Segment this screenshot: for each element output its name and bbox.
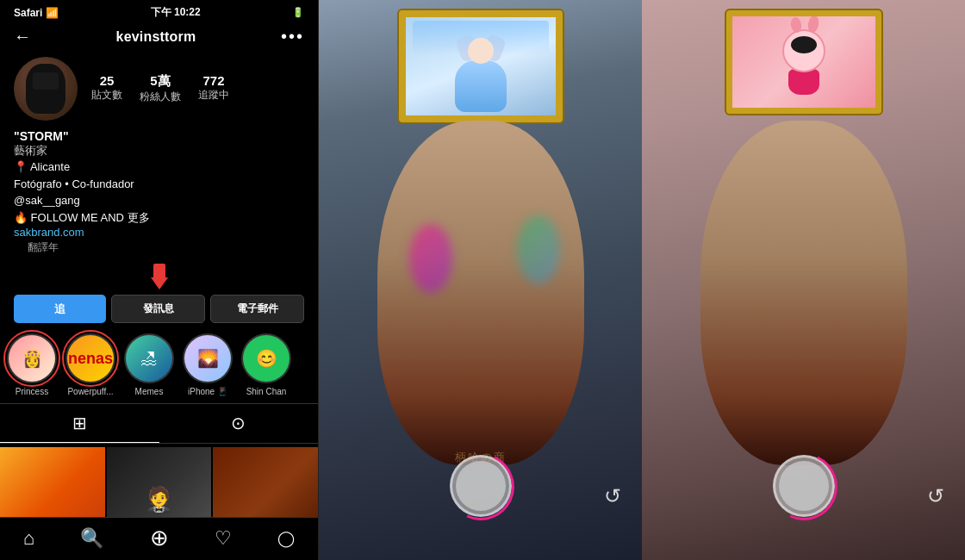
- heart-icon[interactable]: ♡: [215, 527, 232, 550]
- carrier-text: Safari: [14, 7, 42, 19]
- status-right: 🔋: [292, 7, 304, 18]
- message-button[interactable]: 發訊息: [111, 295, 205, 323]
- time-display: 下午 10:22: [151, 5, 201, 20]
- flip-camera-icon-middle[interactable]: ↺: [604, 484, 621, 508]
- highlight-inner-shinchan: 😊: [243, 335, 290, 382]
- camera-panel-right: ↺: [642, 0, 965, 560]
- highlights-row: 👸 Princess nenas Powerpuff... 🏖 Memes: [0, 330, 318, 403]
- bio-section: "STORM" 藝術家 📍 Alicante Fotógrafo • Co-fu…: [0, 128, 318, 264]
- bio-cta: 🔥 FOLLOW ME AND 更多: [14, 209, 304, 227]
- followers-stat: 5萬 粉絲人數: [140, 73, 181, 104]
- highlight-label-princess: Princess: [16, 387, 48, 396]
- stats-container: 25 貼文數 5萬 粉絲人數 772 追蹤中: [91, 73, 229, 104]
- highlight-inner-memes: 🏖: [126, 335, 172, 382]
- followers-label: 粉絲人數: [140, 90, 181, 104]
- highlight-shinchan[interactable]: 😊 Shin Chan: [241, 333, 291, 396]
- highlight-label-memes: Memes: [135, 387, 164, 396]
- profile-panel: Safari 📶 下午 10:22 🔋 ← kevinsttorm ••• 25…: [0, 0, 319, 560]
- posts-label: 貼文數: [91, 88, 122, 103]
- status-bar: Safari 📶 下午 10:22 🔋: [0, 0, 318, 23]
- profile-nav-icon[interactable]: ◯: [277, 529, 295, 548]
- flip-camera-icon-right[interactable]: ↺: [927, 484, 944, 508]
- highlight-inner-iphone: 🌄: [184, 335, 231, 382]
- tab-grid[interactable]: ⊞: [0, 404, 159, 443]
- highlight-inner-princess: 👸: [9, 335, 55, 382]
- highlight-label-powerpuff: Powerpuff...: [67, 387, 113, 396]
- ppg-sticker: [726, 10, 881, 114]
- avatar-image: [14, 57, 78, 121]
- highlight-iphone[interactable]: 🌄 iPhone 📱: [183, 333, 233, 396]
- tab-tagged[interactable]: ⊙: [159, 404, 319, 443]
- follow-button[interactable]: 追: [14, 295, 106, 323]
- highlight-ring-iphone: 🌄: [183, 333, 233, 383]
- add-icon[interactable]: ⊕: [150, 525, 169, 551]
- highlight-princess[interactable]: 👸 Princess: [7, 333, 57, 396]
- grid-cell-1[interactable]: [0, 447, 105, 517]
- face-area-middle: [377, 121, 584, 465]
- action-buttons: 追 發訊息 電子郵件: [0, 291, 318, 330]
- profile-username: kevinsttorm: [116, 29, 196, 45]
- following-label: 追蹤中: [198, 88, 229, 103]
- highlight-ring-shinchan: 😊: [241, 333, 291, 383]
- bio-job: Fotógrafo • Co-fundador: [14, 176, 304, 193]
- following-stat: 772 追蹤中: [198, 73, 229, 104]
- bio-location: 📍 Alicante: [14, 159, 304, 176]
- highlight-inner-powerpuff: nenas: [67, 335, 114, 382]
- avatar: [14, 57, 78, 121]
- camera-bg-middle: 柄哈の商 ↺: [319, 0, 642, 560]
- highlight-memes[interactable]: 🏖 Memes: [124, 333, 174, 396]
- battery-icon: 🔋: [292, 7, 304, 18]
- profile-info: 25 貼文數 5萬 粉絲人數 772 追蹤中: [0, 52, 318, 128]
- elsa-frame: [399, 10, 563, 122]
- elsa-sticker: [399, 10, 563, 122]
- highlight-ring-powerpuff: nenas: [65, 333, 115, 383]
- email-button[interactable]: 電子郵件: [210, 295, 304, 323]
- person-icon: ⊙: [231, 413, 246, 433]
- grid-cell-3[interactable]: [213, 447, 318, 517]
- face-highlight-right: [517, 215, 560, 284]
- camera-bg-right: ↺: [642, 0, 965, 560]
- face-area-right: [700, 121, 907, 465]
- status-left: Safari 📶: [14, 7, 59, 19]
- highlight-label-shinchan: Shin Chan: [246, 387, 287, 396]
- translate-text: 翻譯年: [28, 240, 59, 255]
- search-icon[interactable]: 🔍: [80, 527, 103, 550]
- photo-grid: 🤵: [0, 447, 318, 517]
- bio-link[interactable]: sakbrand.com: [14, 226, 304, 239]
- wifi-icon: 📶: [46, 7, 59, 19]
- posts-count: 25: [100, 73, 115, 88]
- highlight-label-iphone: iPhone 📱: [188, 387, 227, 396]
- ppg-frame: [726, 10, 881, 114]
- grid-icon: ⊞: [72, 413, 87, 433]
- home-icon[interactable]: ⌂: [23, 527, 34, 550]
- back-icon[interactable]: ←: [14, 27, 31, 47]
- camera-panel-middle: 柄哈の商 ↺: [319, 0, 642, 560]
- bio-display-name: "STORM": [14, 129, 304, 143]
- translate-bar: 翻譯年: [14, 239, 304, 258]
- followers-count: 5萬: [150, 73, 170, 90]
- highlight-ring-princess: 👸: [7, 333, 57, 383]
- highlight-ring-memes: 🏖: [124, 333, 174, 383]
- grid-cell-2[interactable]: 🤵: [107, 447, 212, 517]
- following-count: 772: [202, 73, 224, 88]
- bio-collab: @sak__gang: [14, 192, 304, 209]
- posts-stat: 25 貼文數: [91, 73, 122, 104]
- highlight-powerpuff[interactable]: nenas Powerpuff...: [65, 333, 115, 396]
- nav-bar: ← kevinsttorm •••: [0, 23, 318, 52]
- tab-bar: ⊞ ⊙: [0, 403, 318, 444]
- arrow-indicator: [0, 264, 318, 291]
- face-highlight-left: [409, 224, 452, 293]
- bottom-nav: ⌂ 🔍 ⊕ ♡ ◯: [0, 517, 318, 560]
- more-options-icon[interactable]: •••: [281, 27, 304, 47]
- bio-title: 藝術家: [14, 143, 304, 159]
